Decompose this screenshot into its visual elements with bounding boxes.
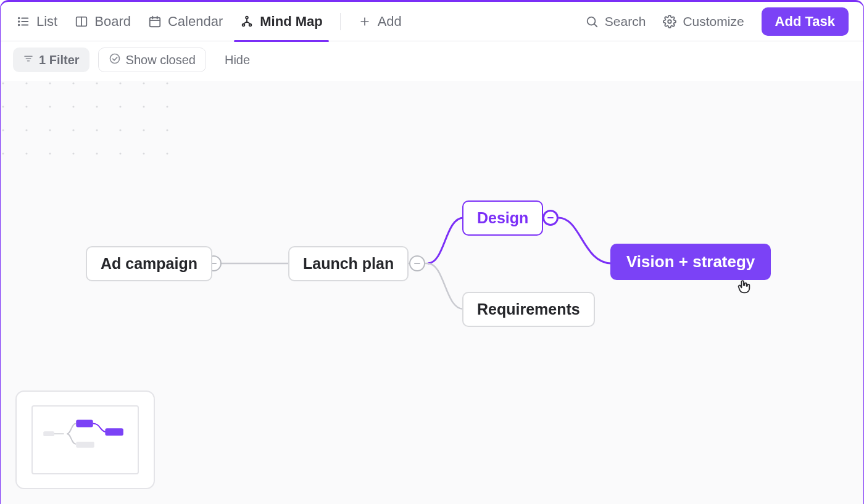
svg-rect-25 bbox=[1, 81, 186, 173]
node-label: Requirements bbox=[477, 300, 580, 318]
node-label: Vision + strategy bbox=[626, 252, 755, 271]
customize-button[interactable]: Customize bbox=[663, 14, 744, 29]
cursor-icon bbox=[735, 278, 752, 295]
check-circle-icon bbox=[109, 52, 121, 68]
minimap[interactable] bbox=[15, 390, 155, 489]
search-icon bbox=[585, 15, 599, 28]
filter-pill[interactable]: 1 Filter bbox=[13, 48, 89, 72]
tab-label: Mind Map bbox=[260, 14, 322, 30]
svg-point-4 bbox=[19, 21, 20, 22]
add-task-label: Add Task bbox=[775, 14, 835, 29]
tab-board[interactable]: Board bbox=[75, 2, 131, 41]
svg-point-5 bbox=[19, 24, 20, 25]
search-label: Search bbox=[605, 14, 646, 29]
tab-label: List bbox=[36, 14, 57, 30]
tab-label: Add bbox=[378, 14, 402, 30]
svg-point-3 bbox=[19, 17, 20, 19]
add-task-button[interactable]: Add Task bbox=[762, 7, 849, 36]
filter-label: 1 Filter bbox=[39, 53, 80, 67]
tab-label: Board bbox=[94, 14, 131, 30]
tab-add-view[interactable]: Add bbox=[358, 2, 402, 41]
mind-map-canvas[interactable]: Ad campaign Launch plan Design Requireme… bbox=[1, 81, 863, 504]
canvas-dots bbox=[1, 81, 186, 173]
collapse-toggle[interactable] bbox=[542, 210, 559, 226]
svg-line-18 bbox=[594, 24, 597, 27]
collapse-toggle[interactable] bbox=[409, 255, 425, 271]
calendar-icon bbox=[148, 15, 162, 28]
minimap-viewport bbox=[31, 405, 139, 474]
node-launch-plan[interactable]: Launch plan bbox=[288, 246, 409, 281]
tab-list[interactable]: List bbox=[17, 2, 57, 41]
divider bbox=[340, 13, 341, 30]
svg-rect-32 bbox=[105, 428, 123, 436]
customize-label: Customize bbox=[683, 14, 744, 29]
list-icon bbox=[17, 15, 30, 28]
node-design[interactable]: Design bbox=[462, 200, 543, 236]
tab-mind-map[interactable]: Mind Map bbox=[240, 2, 322, 41]
view-tabs-bar: List Board Calendar Mind Map bbox=[1, 2, 863, 41]
node-label: Launch plan bbox=[303, 255, 394, 272]
plus-icon bbox=[358, 15, 372, 28]
tab-calendar[interactable]: Calendar bbox=[148, 2, 223, 41]
mind-map-icon bbox=[240, 15, 254, 28]
node-vision-strategy[interactable]: Vision + strategy bbox=[610, 244, 771, 280]
filter-icon bbox=[23, 53, 34, 67]
show-closed-pill[interactable]: Show closed bbox=[98, 48, 206, 72]
node-label: Ad campaign bbox=[101, 255, 197, 272]
hide-button[interactable]: Hide bbox=[215, 53, 260, 67]
svg-rect-30 bbox=[43, 431, 54, 436]
svg-rect-8 bbox=[150, 17, 160, 27]
show-closed-label: Show closed bbox=[126, 53, 196, 67]
node-ad-campaign[interactable]: Ad campaign bbox=[86, 246, 212, 281]
svg-rect-33 bbox=[76, 442, 94, 448]
svg-point-23 bbox=[110, 54, 119, 63]
node-requirements[interactable]: Requirements bbox=[462, 292, 595, 327]
search-button[interactable]: Search bbox=[585, 14, 646, 29]
board-icon bbox=[75, 15, 88, 28]
svg-point-19 bbox=[668, 20, 672, 23]
svg-rect-31 bbox=[76, 420, 93, 428]
hide-label: Hide bbox=[225, 53, 250, 67]
node-label: Design bbox=[477, 209, 528, 226]
filter-bar: 1 Filter Show closed Hide bbox=[1, 41, 863, 78]
gear-icon bbox=[663, 15, 676, 28]
tab-label: Calendar bbox=[168, 14, 223, 30]
